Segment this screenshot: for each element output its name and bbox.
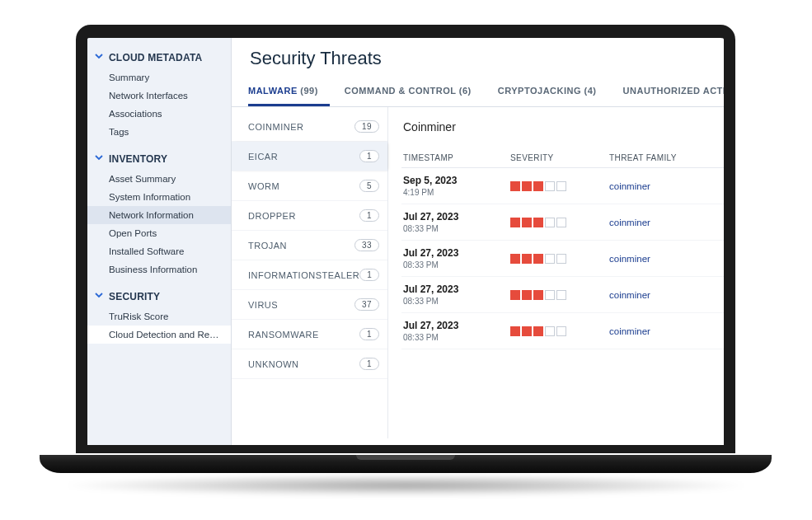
main-panel: Security Threats MALWARE (99) COMMAND & … xyxy=(232,38,724,445)
sidebar-item-trurisk-score[interactable]: TruRisk Score xyxy=(87,307,231,326)
severity-indicator xyxy=(510,290,609,300)
table-row[interactable]: Jul 27, 202308:33 PMcoinminer xyxy=(401,241,724,277)
category-label: RANSOMWARE xyxy=(248,330,319,340)
table-header: TIMESTAMP SEVERITY THREAT FAMILY xyxy=(401,148,724,168)
section-header-inventory[interactable]: INVENTORY xyxy=(87,148,231,170)
table-row[interactable]: Jul 27, 202308:33 PMcoinminer xyxy=(401,313,724,349)
tab-malware[interactable]: MALWARE (99) xyxy=(248,79,330,106)
table-row[interactable]: Jul 27, 202308:33 PMcoinminer xyxy=(401,204,724,241)
tab-unauthorized-activity[interactable]: UNAUTHORIZED ACTIVIT xyxy=(623,79,724,106)
category-count: 1 xyxy=(359,269,379,281)
category-item-ransomware[interactable]: RANSOMWARE 1 xyxy=(232,320,387,349)
section-header-cloud-metadata[interactable]: CLOUD METADATA xyxy=(87,46,231,68)
app-root: CLOUD METADATA Summary Network Interface… xyxy=(87,38,724,445)
cell-threat-family[interactable]: coinminer xyxy=(609,326,724,336)
cell-threat-family[interactable]: coinminer xyxy=(609,218,724,227)
tab-label: CRYPTOJACKING xyxy=(498,86,581,96)
category-label: WORM xyxy=(248,181,279,191)
category-count: 33 xyxy=(354,239,379,251)
table-body: Sep 5, 20234:19 PMcoinminerJul 27, 20230… xyxy=(401,168,724,349)
cell-severity xyxy=(510,254,609,264)
category-label: INFORMATIONSTEALER xyxy=(248,270,359,280)
timestamp-date: Sep 5, 2023 xyxy=(403,175,510,186)
tab-count: (6) xyxy=(459,86,472,96)
sidebar-item-summary[interactable]: Summary xyxy=(87,68,231,87)
category-item-unknown[interactable]: UNKNOWN 1 xyxy=(232,349,387,379)
sidebar-item-open-ports[interactable]: Open Ports xyxy=(87,224,231,242)
cell-threat-family[interactable]: coinminer xyxy=(609,254,724,264)
chevron-down-icon xyxy=(94,51,104,63)
severity-indicator xyxy=(510,326,609,336)
sidebar-item-associations[interactable]: Associations xyxy=(87,105,231,123)
cell-severity xyxy=(510,326,609,336)
cell-timestamp: Sep 5, 20234:19 PM xyxy=(403,175,510,197)
cell-severity xyxy=(510,218,609,227)
cell-timestamp: Jul 27, 202308:33 PM xyxy=(403,320,510,342)
timestamp-time: 08:33 PM xyxy=(403,297,510,306)
category-item-worm[interactable]: WORM 5 xyxy=(232,171,387,201)
category-label: DROPPER xyxy=(248,211,296,221)
cell-threat-family[interactable]: coinminer xyxy=(609,181,724,191)
category-count: 1 xyxy=(359,209,379,222)
sidebar-item-business-information[interactable]: Business Information xyxy=(87,260,231,279)
category-item-dropper[interactable]: DROPPER 1 xyxy=(232,201,387,231)
category-item-eicar[interactable]: EICAR 1 xyxy=(232,142,387,171)
page-title: Security Threats xyxy=(232,48,724,79)
col-header-threat-family[interactable]: THREAT FAMILY xyxy=(609,153,724,162)
category-item-virus[interactable]: VIRUS 37 xyxy=(232,290,387,320)
sidebar-section-inventory: INVENTORY Asset Summary System Informati… xyxy=(87,143,231,280)
cell-severity xyxy=(510,181,609,191)
col-header-severity[interactable]: SEVERITY xyxy=(510,153,609,162)
severity-indicator xyxy=(510,218,609,227)
cell-threat-family[interactable]: coinminer xyxy=(609,290,724,300)
content-area: COINMINER 19 EICAR 1 WORM 5 DROPPER xyxy=(232,107,724,438)
tab-label: COMMAND & CONTROL xyxy=(345,86,456,96)
category-count: 1 xyxy=(359,358,379,370)
category-label: EICAR xyxy=(248,152,278,162)
cell-timestamp: Jul 27, 202308:33 PM xyxy=(403,247,510,269)
category-item-informationstealer[interactable]: INFORMATIONSTEALER 1 xyxy=(232,260,387,290)
timestamp-time: 08:33 PM xyxy=(403,260,510,269)
timestamp-date: Jul 27, 2023 xyxy=(403,247,510,259)
tabs: MALWARE (99) COMMAND & CONTROL (6) CRYPT… xyxy=(232,79,724,107)
tab-label: MALWARE xyxy=(248,86,298,96)
sidebar-section-cloud-metadata: CLOUD METADATA Summary Network Interface… xyxy=(87,41,231,143)
sidebar-item-tags[interactable]: Tags xyxy=(87,123,231,141)
timestamp-date: Jul 27, 2023 xyxy=(403,320,510,331)
table-row[interactable]: Jul 27, 202308:33 PMcoinminer xyxy=(401,277,724,313)
sidebar-item-cloud-detection-response[interactable]: Cloud Detection and Respon… xyxy=(87,326,231,344)
category-count: 19 xyxy=(354,120,379,133)
tab-count: (4) xyxy=(584,86,597,96)
tab-label: UNAUTHORIZED ACTIVIT xyxy=(623,86,724,96)
timestamp-date: Jul 27, 2023 xyxy=(403,211,510,223)
chevron-down-icon xyxy=(94,290,104,302)
category-label: TROJAN xyxy=(248,241,287,251)
sidebar-item-network-interfaces[interactable]: Network Interfaces xyxy=(87,87,231,105)
tab-command-control[interactable]: COMMAND & CONTROL (6) xyxy=(345,79,483,106)
timestamp-time: 4:19 PM xyxy=(403,188,510,197)
category-count: 37 xyxy=(354,298,379,311)
category-item-coinminer[interactable]: COINMINER 19 xyxy=(232,112,387,142)
section-header-security[interactable]: SECURITY xyxy=(87,285,231,307)
section-title: CLOUD METADATA xyxy=(109,52,202,63)
section-title: INVENTORY xyxy=(109,153,167,165)
sidebar-item-installed-software[interactable]: Installed Software xyxy=(87,242,231,260)
category-item-trojan[interactable]: TROJAN 33 xyxy=(232,231,387,260)
timestamp-time: 08:33 PM xyxy=(403,224,510,233)
severity-indicator xyxy=(510,181,609,191)
tab-cryptojacking[interactable]: CRYPTOJACKING (4) xyxy=(498,79,608,106)
category-count: 1 xyxy=(359,150,379,162)
cell-timestamp: Jul 27, 202308:33 PM xyxy=(403,283,510,306)
sidebar-item-network-information[interactable]: Network Information xyxy=(87,206,231,224)
tab-count: (99) xyxy=(300,86,318,96)
category-label: VIRUS xyxy=(248,300,278,310)
timestamp-date: Jul 27, 2023 xyxy=(403,283,510,295)
sidebar-item-system-information[interactable]: System Information xyxy=(87,188,231,206)
table-row[interactable]: Sep 5, 20234:19 PMcoinminer xyxy=(401,168,724,204)
detail-panel: Coinminer TIMESTAMP SEVERITY THREAT FAMI… xyxy=(388,107,724,438)
timestamp-time: 08:33 PM xyxy=(403,333,510,342)
category-label: COINMINER xyxy=(248,122,303,132)
col-header-timestamp[interactable]: TIMESTAMP xyxy=(403,153,510,162)
sidebar-item-asset-summary[interactable]: Asset Summary xyxy=(87,170,231,188)
sidebar-section-security: SECURITY TruRisk Score Cloud Detection a… xyxy=(87,280,231,345)
